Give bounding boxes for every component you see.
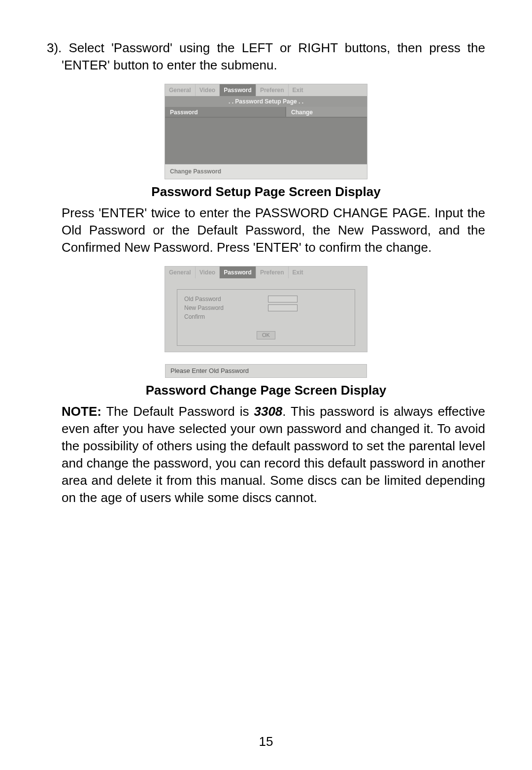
- setup-body: Password Change: [165, 107, 367, 164]
- tab2-video-label: Video: [200, 268, 215, 276]
- password-setup-page-screenshot: General Video Password Preferen Exit . .…: [165, 84, 367, 179]
- tab-password-label: Password: [224, 86, 252, 94]
- note-before-pwd: The Default Password is: [101, 404, 254, 419]
- screenshot-1-container: General Video Password Preferen Exit . .…: [47, 84, 485, 179]
- password-row[interactable]: Password Change: [165, 107, 367, 118]
- tab2-password[interactable]: Password: [220, 267, 256, 278]
- tab2-general-label: General: [169, 268, 191, 276]
- step-3-text: 3). Select 'Password' using the LEFT or …: [47, 40, 485, 72]
- new-password-label: New Password: [184, 304, 253, 312]
- tab-exit-label: Exit: [293, 86, 303, 94]
- tab-preferen[interactable]: Preferen: [256, 84, 289, 96]
- tab2-exit-label: Exit: [293, 268, 303, 276]
- new-password-field[interactable]: [268, 304, 298, 311]
- tab-video[interactable]: Video: [196, 84, 220, 96]
- tab-general-label: General: [169, 86, 191, 94]
- new-password-row: New Password: [184, 303, 348, 312]
- default-password: 3308: [254, 404, 282, 419]
- ok-button[interactable]: OK: [257, 331, 275, 339]
- password-row-label: Password: [165, 107, 286, 118]
- tab-preferen-label: Preferen: [260, 86, 284, 94]
- note-prefix: NOTE:: [62, 404, 101, 419]
- change-status-bar: Please Enter Old Password: [165, 364, 367, 378]
- change-panel: Old Password New Password Confirm OK: [177, 289, 355, 346]
- tab2-general[interactable]: General: [165, 267, 196, 278]
- old-password-label: Old Password: [184, 295, 253, 303]
- tab-password[interactable]: Password: [220, 84, 256, 96]
- setup-tabs: General Video Password Preferen Exit: [165, 84, 367, 96]
- tab2-video[interactable]: Video: [196, 267, 220, 278]
- ok-row: OK: [184, 324, 348, 341]
- tab-exit[interactable]: Exit: [289, 84, 307, 96]
- confirm-row: Confirm: [184, 312, 348, 321]
- screenshot-2-stack: General Video Password Preferen Exit Old…: [165, 266, 367, 378]
- note-after-pwd: . This password is always effective even…: [62, 404, 485, 505]
- old-password-row: Old Password: [184, 295, 348, 303]
- setup-status-bar: Change Password: [165, 164, 367, 178]
- caption-2: Password Change Page Screen Display: [47, 382, 485, 399]
- confirm-label: Confirm: [184, 313, 253, 321]
- tab-general[interactable]: General: [165, 84, 196, 96]
- password-change-page-screenshot: General Video Password Preferen Exit Old…: [165, 266, 367, 352]
- manual-page: 3). Select 'Password' using the LEFT or …: [0, 0, 532, 770]
- tab-video-label: Video: [200, 86, 215, 94]
- change-body: Old Password New Password Confirm OK: [165, 278, 367, 352]
- step-3-instruction: 3). Select 'Password' using the LEFT or …: [47, 39, 485, 74]
- old-password-field[interactable]: [268, 296, 298, 302]
- password-row-value: Change: [286, 107, 367, 118]
- screenshot-2-container: General Video Password Preferen Exit Old…: [47, 266, 485, 378]
- tab2-password-label: Password: [224, 268, 252, 276]
- tab2-exit[interactable]: Exit: [289, 267, 307, 278]
- setup-title-bar: . . Password Setup Page . .: [165, 96, 367, 107]
- change-tabs: General Video Password Preferen Exit: [165, 267, 367, 278]
- page-number: 15: [0, 733, 532, 750]
- paragraph-1: Press 'ENTER' twice to enter the PASSWOR…: [62, 204, 485, 256]
- caption-1: Password Setup Page Screen Display: [47, 183, 485, 201]
- tab2-preferen[interactable]: Preferen: [256, 267, 289, 278]
- tab2-preferen-label: Preferen: [260, 268, 284, 276]
- note-paragraph: NOTE: The Default Password is 3308. This…: [62, 403, 485, 507]
